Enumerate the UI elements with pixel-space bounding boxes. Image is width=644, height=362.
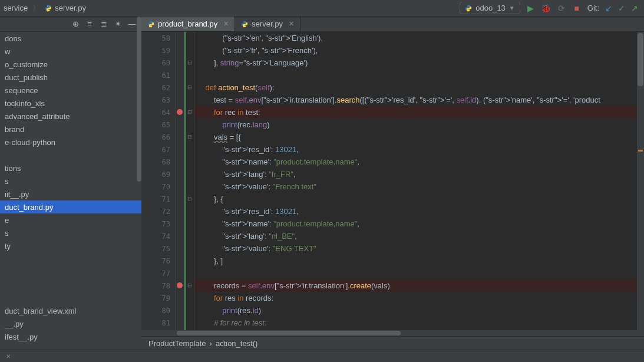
code-line[interactable]: "s-str">'res_id': 13021,: [194, 205, 644, 218]
line-number[interactable]: 69: [141, 168, 175, 180]
code-line[interactable]: # for rec in test:: [194, 317, 644, 329]
code-line[interactable]: [194, 69, 644, 81]
code-line[interactable]: }, {: [194, 193, 644, 205]
editor-vertical-scrollbar[interactable]: [637, 32, 644, 330]
code-line[interactable]: "s-str">'lang': "fr_FR",: [194, 168, 644, 180]
line-number[interactable]: 61: [141, 69, 175, 81]
tree-item[interactable]: ifest__.py: [0, 330, 141, 343]
line-number[interactable]: 74: [141, 230, 175, 242]
tree-item[interactable]: e-cloud-python: [0, 136, 141, 149]
code-line[interactable]: records = self.env["s-str">'ir.translati…: [194, 279, 644, 292]
code-line[interactable]: def action_test(self):: [194, 81, 644, 94]
line-number[interactable]: 78: [141, 279, 175, 292]
tree-item[interactable]: duct_brand.py: [0, 200, 141, 213]
tree-item[interactable]: dons: [0, 32, 141, 45]
editor-breadcrumb[interactable]: ProductTemplate›action_test(): [141, 336, 644, 350]
stop-button[interactable]: ■: [572, 4, 582, 13]
code-text[interactable]: ("s-str">'en', "s-str">'English'), ("s-s…: [194, 32, 644, 330]
tree-item[interactable]: ty: [0, 239, 141, 252]
tree-item[interactable]: brand: [0, 123, 141, 136]
code-line[interactable]: print(res.id): [194, 304, 644, 317]
breakpoint-gutter[interactable]: [176, 32, 184, 330]
close-tab-icon[interactable]: ✕: [223, 20, 229, 28]
coverage-button[interactable]: ⟳: [557, 4, 566, 13]
line-number[interactable]: 70: [141, 180, 175, 193]
line-number[interactable]: 76: [141, 255, 175, 267]
tree-item[interactable]: s: [0, 226, 141, 239]
line-number[interactable]: 79: [141, 292, 175, 304]
breadcrumb-segment[interactable]: service: [0, 4, 31, 12]
tree-item[interactable]: [0, 265, 141, 278]
hide-icon[interactable]: —: [127, 19, 137, 28]
line-number[interactable]: 81: [141, 317, 175, 329]
line-number[interactable]: 66: [141, 131, 175, 143]
line-number[interactable]: 59: [141, 44, 175, 57]
fold-toggle-icon[interactable]: ⊟: [187, 196, 192, 202]
tree-item[interactable]: duct_publish: [0, 71, 141, 84]
tree-item[interactable]: s: [0, 175, 141, 187]
tree-item[interactable]: [0, 149, 141, 162]
git-push-icon[interactable]: ↗: [631, 4, 638, 13]
tree-item[interactable]: tions: [0, 162, 141, 175]
code-line[interactable]: ("s-str">'en', "s-str">'English'),: [194, 32, 644, 44]
fold-toggle-icon[interactable]: ⊟: [187, 60, 192, 65]
code-line[interactable]: ("s-str">'fr', "s-str">'French'),: [194, 44, 644, 57]
breadcrumb-segment[interactable]: server.py: [41, 4, 90, 12]
tree-item[interactable]: [0, 291, 141, 304]
line-number[interactable]: 65: [141, 119, 175, 131]
code-line[interactable]: vals = [{: [194, 131, 644, 143]
expand-icon[interactable]: ≡: [85, 19, 94, 28]
code-line[interactable]: for rec in test:: [194, 106, 644, 119]
tree-item[interactable]: __.py: [0, 317, 141, 330]
fold-toggle-icon[interactable]: ⊟: [187, 109, 192, 115]
close-tab-icon[interactable]: ✕: [289, 20, 294, 28]
line-number[interactable]: 72: [141, 205, 175, 218]
code-line[interactable]: print(rec.lang): [194, 119, 644, 131]
line-number[interactable]: 68: [141, 156, 175, 168]
line-number[interactable]: 64: [141, 106, 175, 119]
fold-toggle-icon[interactable]: ⊟: [187, 84, 192, 90]
run-button[interactable]: ▶: [526, 4, 536, 13]
line-number[interactable]: 80: [141, 304, 175, 317]
tree-item[interactable]: [0, 278, 141, 291]
line-number[interactable]: 75: [141, 242, 175, 255]
code-line[interactable]: "s-str">'value': "ENG TEXT": [194, 242, 644, 255]
code-line[interactable]: "s-str">'name': "product.template,name",: [194, 156, 644, 168]
code-line[interactable]: test = self.env["s-str">'ir.translation'…: [194, 94, 644, 106]
settings-icon[interactable]: ✴: [113, 19, 123, 28]
line-number[interactable]: 60: [141, 57, 175, 69]
code-line[interactable]: [194, 267, 644, 279]
line-number-gutter[interactable]: 5859606162636465666768697071727374757677…: [141, 32, 176, 330]
line-number[interactable]: 62: [141, 81, 175, 94]
fold-gutter[interactable]: ⊟⊟⊟⊟⊟⊟: [186, 32, 194, 330]
git-commit-icon[interactable]: ✓: [618, 4, 625, 13]
code-line[interactable]: "s-str">'value': "French text": [194, 180, 644, 193]
locate-icon[interactable]: ⊕: [71, 19, 80, 28]
line-number[interactable]: 71: [141, 193, 175, 205]
tree-item[interactable]: sequence: [0, 84, 141, 97]
tree-item[interactable]: tockinfo_xls: [0, 97, 141, 110]
scrollbar-thumb[interactable]: [177, 331, 401, 335]
code-line[interactable]: "s-str">'lang': "nl_BE",: [194, 230, 644, 242]
breakpoint-icon[interactable]: [177, 109, 183, 115]
tree-item[interactable]: iit__.py: [0, 187, 141, 200]
fold-toggle-icon[interactable]: ⊟: [187, 134, 192, 140]
sidebar-scrollbar[interactable]: [137, 17, 141, 182]
git-pull-icon[interactable]: ↙: [605, 4, 612, 13]
code-editor[interactable]: 5859606162636465666768697071727374757677…: [141, 32, 644, 330]
line-number[interactable]: 73: [141, 218, 175, 230]
line-number[interactable]: 58: [141, 32, 175, 44]
line-number[interactable]: 77: [141, 267, 175, 279]
code-line[interactable]: ], string="s-str">'Language'): [194, 57, 644, 69]
run-configuration-selector[interactable]: odoo_13 ▼: [460, 2, 520, 14]
warning-stripe[interactable]: [638, 150, 643, 152]
collapse-icon[interactable]: ≣: [99, 19, 108, 28]
code-line[interactable]: for res in records:: [194, 292, 644, 304]
tree-item[interactable]: [0, 252, 141, 265]
scrollbar-thumb[interactable]: [638, 33, 643, 86]
breakpoint-icon[interactable]: [177, 282, 183, 288]
project-tree[interactable]: donswo_customizeduct_publishsequencetock…: [0, 32, 141, 350]
tab-server[interactable]: server.py ✕: [235, 17, 300, 31]
close-icon[interactable]: ✕: [6, 353, 11, 360]
tree-item[interactable]: duct_brand_view.xml: [0, 304, 141, 317]
